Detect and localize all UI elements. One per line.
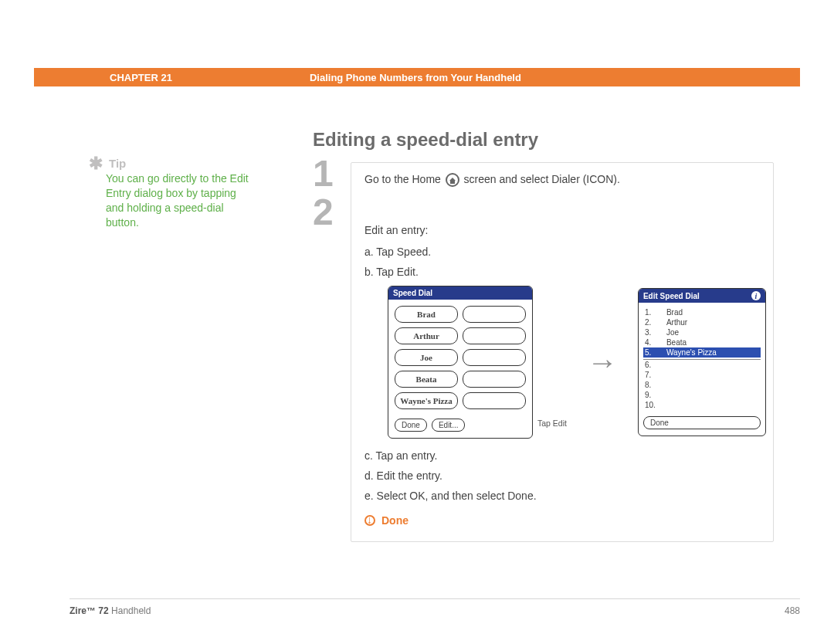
speed-dial-entry[interactable]: Joe	[395, 349, 458, 366]
step-2-body: Edit an entry: a. Tap Speed. b. Tap Edit…	[364, 224, 788, 527]
edit-speed-dial-row[interactable]: 5.Wayne's Pizza	[643, 347, 761, 358]
row-number: 6.	[645, 360, 659, 370]
tip-header: ✱ Tip	[89, 157, 251, 170]
step2-intro: Edit an entry:	[364, 224, 788, 236]
arrow-right-icon: →	[587, 345, 618, 380]
row-number: 10.	[645, 400, 659, 410]
row-number: 1.	[645, 307, 659, 317]
done-label: Done	[381, 514, 409, 527]
row-name: Beata	[666, 337, 687, 347]
speed-dial-entry-empty[interactable]	[463, 306, 526, 323]
speed-dial-entry-empty[interactable]	[463, 371, 526, 388]
diagram-row: Speed Dial Brad Arthur Joe Beata Wayne's…	[388, 286, 788, 439]
step1-text-b: screen and select Dialer (ICON).	[464, 173, 620, 185]
edit-speed-dial-row[interactable]: 7.	[643, 370, 761, 380]
asterisk-icon: ✱	[89, 158, 103, 169]
edit-speed-dial-row[interactable]: 4.Beata	[643, 337, 761, 347]
edit-speed-dial-footer: Done	[639, 413, 765, 436]
edit-speed-dial-done-button[interactable]: Done	[643, 416, 761, 429]
step-number-1: 1	[313, 154, 334, 193]
substep-b: b. Tap Edit.	[364, 266, 788, 278]
speed-dial-entry[interactable]: Arthur	[395, 327, 458, 344]
product-bold: Zire™ 72	[70, 605, 109, 616]
footer-rule	[70, 598, 800, 599]
speed-dial-title: Speed Dial	[393, 289, 432, 297]
speed-dial-entry-empty[interactable]	[463, 349, 526, 366]
edit-speed-dial-row[interactable]: 10.	[643, 400, 761, 410]
edit-speed-dial-row[interactable]: 3.Joe	[643, 327, 761, 337]
row-name: Brad	[666, 307, 683, 317]
substep-c: c. Tap an entry.	[364, 449, 788, 462]
tip-body: You can go directly to the Edit Entry di…	[106, 171, 251, 230]
speed-dial-titlebar: Speed Dial	[388, 286, 532, 300]
row-number: 4.	[645, 337, 659, 347]
row-number: 3.	[645, 327, 659, 337]
home-icon	[446, 173, 459, 187]
edit-speed-dial-window: Edit Speed Dial i 1.Brad2.Arthur3.Joe4.B…	[638, 288, 766, 436]
edit-speed-dial-list: 1.Brad2.Arthur3.Joe4.Beata5.Wayne's Pizz…	[639, 303, 765, 413]
speed-dial-entry[interactable]: Brad	[395, 306, 458, 323]
edit-speed-dial-row[interactable]: 6.	[643, 360, 761, 370]
row-name: Arthur	[666, 317, 687, 327]
substep-a: a. Tap Speed.	[364, 246, 788, 258]
row-number: 9.	[645, 390, 659, 400]
speed-dial-footer: Done Edit...	[388, 415, 532, 438]
speed-dial-entry[interactable]: Beata	[395, 371, 458, 388]
speed-dial-edit-button[interactable]: Edit...	[432, 419, 466, 432]
edit-speed-dial-titlebar: Edit Speed Dial i	[639, 289, 765, 303]
page-number: 488	[785, 605, 800, 616]
edit-speed-dial-title: Edit Speed Dial	[643, 292, 700, 300]
tip-label: Tip	[109, 157, 126, 170]
speed-dial-entry[interactable]: Wayne's Pizza	[395, 392, 458, 409]
speed-dial-done-button[interactable]: Done	[395, 419, 427, 432]
product-name: Zire™ 72 Handheld	[70, 605, 151, 616]
done-arrow-icon	[364, 515, 375, 526]
edit-speed-dial-row[interactable]: 2.Arthur	[643, 317, 761, 327]
tip-block: ✱ Tip You can go directly to the Edit En…	[89, 157, 251, 230]
speed-dial-grid: Brad Arthur Joe Beata Wayne's Pizza	[388, 300, 532, 415]
page-footer: Zire™ 72 Handheld 488	[70, 605, 800, 616]
row-name: Joe	[666, 327, 679, 337]
chapter-title: Dialing Phone Numbers from Your Handheld	[310, 72, 521, 83]
chapter-label: CHAPTER 21	[110, 72, 172, 83]
info-icon[interactable]: i	[751, 291, 761, 300]
step-1-body: Go to the Home screen and select Dialer …	[364, 173, 788, 187]
section-title: Editing a speed-dial entry	[313, 129, 538, 151]
edit-speed-dial-row[interactable]: 9.	[643, 390, 761, 400]
substep-e: e. Select OK, and then select Done.	[364, 490, 788, 502]
step-numbers: 1 2	[313, 154, 334, 232]
done-indicator: Done	[364, 514, 788, 527]
edit-speed-dial-row[interactable]: 1.Brad	[643, 307, 761, 317]
row-name: Wayne's Pizza	[666, 347, 717, 358]
row-number: 7.	[645, 370, 659, 380]
substep-d: d. Edit the entry.	[364, 469, 788, 482]
speed-dial-window: Speed Dial Brad Arthur Joe Beata Wayne's…	[388, 286, 533, 439]
row-number: 5.	[645, 347, 659, 358]
chapter-header: CHAPTER 21 Dialing Phone Numbers from Yo…	[34, 68, 800, 86]
step1-text-a: Go to the Home	[364, 173, 441, 185]
edit-speed-dial-row[interactable]: 8.	[643, 380, 761, 390]
row-number: 8.	[645, 380, 659, 390]
row-number: 2.	[645, 317, 659, 327]
speed-dial-entry-empty[interactable]	[463, 327, 526, 344]
step-number-2: 2	[313, 193, 334, 232]
tap-edit-caption: Tap Edit	[537, 419, 567, 428]
speed-dial-entry-empty[interactable]	[463, 392, 526, 409]
product-rest: Handheld	[109, 605, 151, 616]
